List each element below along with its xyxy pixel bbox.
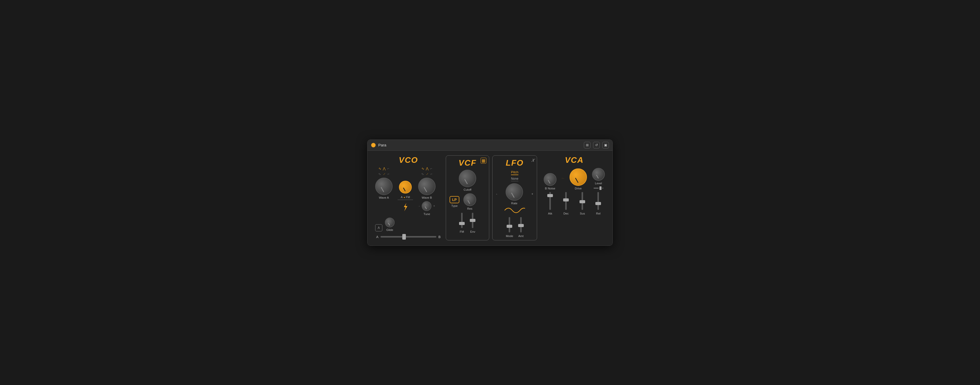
lfo-amt-fader: Amt — [519, 217, 523, 238]
level-thumb[interactable] — [600, 186, 601, 190]
resize-button[interactable]: ⊞ — [584, 142, 590, 149]
type-button[interactable]: LP — [450, 196, 459, 203]
synth-body: VCO ∿ ⋀ ⌐ ∿ ⟋ ⌐ Wave A — [368, 151, 612, 246]
lfo-amt-thumb[interactable] — [518, 224, 524, 227]
wave-a-knob-container: Wave A — [375, 178, 393, 199]
vcf-fm-thumb[interactable] — [459, 222, 465, 225]
title-left: Para — [371, 143, 387, 147]
rate-minus: - — [496, 192, 497, 196]
cutoff-knob[interactable] — [459, 170, 476, 187]
atk-track — [549, 192, 551, 210]
bnoise-knob-container: B Noise — [544, 173, 557, 190]
rate-knob-container: Rate — [498, 183, 530, 205]
lfo-amt-track — [520, 217, 522, 232]
vco-mix-row: A B — [375, 235, 442, 239]
lfo-title: LFO — [496, 158, 533, 168]
vcf-env-label: Env — [470, 230, 475, 233]
synth-window: Para ⊞ ↺ ▣ VCO ∿ ⋀ ⌐ ∿ — [367, 139, 613, 246]
vcf-type-res-row: LP Type Res — [450, 193, 485, 210]
sine-wave-display — [496, 207, 533, 215]
rel-fader: Rel — [596, 192, 600, 215]
pitch-none[interactable]: None — [511, 177, 519, 181]
vcf-section: VCF ▦ Cutoff LP Type Res — [446, 155, 489, 240]
dec-track — [565, 192, 567, 210]
sus-thumb[interactable] — [579, 200, 585, 203]
traffic-light[interactable] — [371, 143, 376, 147]
drive-label: Drive — [575, 187, 582, 190]
pulse-icon-a: ⌐ — [387, 172, 390, 176]
save-button[interactable]: ▣ — [602, 142, 609, 149]
cutoff-label: Cutoff — [464, 188, 471, 191]
rate-knob[interactable] — [506, 183, 523, 201]
vco-waves: ∿ ⋀ ⌐ ∿ ⟋ ⌐ Wave A — [375, 167, 442, 216]
lfo-mode-label: Mode — [506, 235, 513, 238]
sq-icon-a: ⌐ — [387, 167, 389, 170]
pitch-icon-area — [402, 203, 409, 212]
title-icons: ⊞ ↺ ▣ — [584, 142, 609, 149]
pitch-active[interactable]: Pitch — [511, 170, 519, 175]
wave-a-group: ∿ ⋀ ⌐ ∿ ⟋ ⌐ Wave A — [375, 167, 393, 216]
dec-fader: Dec — [563, 192, 568, 215]
envelope-display — [562, 167, 565, 190]
saw-icon-b: ⟋ — [426, 172, 429, 176]
sus-fader: Sus — [580, 192, 585, 215]
wave-a-icons2: ∿ ⟋ ⌐ — [378, 172, 390, 176]
wave-b-icons: ∿ ⋀ ⌐ — [422, 167, 432, 170]
drive-knob[interactable] — [570, 168, 587, 186]
pitch-bolt-icon — [402, 203, 409, 212]
vco-section: VCO ∿ ⋀ ⌐ ∿ ⟋ ⌐ Wave A — [372, 155, 444, 240]
fm-section: A ◂ FM — [398, 196, 413, 200]
wave-b-knob[interactable] — [418, 178, 436, 195]
sus-track — [582, 192, 583, 210]
tune-knob[interactable] — [422, 201, 431, 211]
svg-point-2 — [563, 178, 563, 179]
drive-knob-container: Drive — [570, 168, 587, 190]
atk-label: Atk — [548, 212, 552, 215]
level-label: Level — [595, 182, 602, 185]
lfo-mode-thumb[interactable] — [507, 225, 512, 228]
lfo-mode-track — [509, 217, 510, 232]
res-knob[interactable] — [463, 193, 476, 206]
rel-thumb[interactable] — [595, 202, 601, 205]
rate-plus: + — [531, 192, 533, 196]
atk-fader: Atk — [548, 192, 552, 215]
wave-a-icons: ∿ ⋀ ⌐ — [379, 167, 389, 170]
vco-bottom-row: A Glide — [375, 217, 442, 232]
fm-line — [398, 200, 413, 200]
dec-thumb[interactable] — [563, 198, 569, 201]
vcf-icon: ▦ — [480, 158, 487, 164]
window-title: Para — [378, 143, 387, 147]
refresh-button[interactable]: ↺ — [593, 142, 600, 149]
vco-title: VCO — [375, 155, 442, 165]
rel-label: Rel — [596, 212, 600, 215]
vcf-env-track — [472, 213, 473, 228]
fm-knob[interactable] — [399, 181, 412, 193]
wave-a-knob[interactable] — [375, 178, 393, 195]
level-line-right — [602, 188, 603, 189]
envelope-svg — [562, 167, 565, 190]
bnoise-knob[interactable] — [544, 173, 557, 186]
glide-knob-container: Glide — [385, 217, 395, 232]
fm-arrow-icon: ◂ — [404, 196, 405, 199]
vcf-env-thumb[interactable] — [470, 219, 476, 222]
vcf-fm-fader: FM — [460, 213, 464, 233]
res-knob-container: Res — [463, 193, 476, 210]
level-knob[interactable] — [592, 168, 605, 181]
atk-thumb[interactable] — [547, 194, 553, 197]
glide-label: Glide — [387, 228, 393, 232]
res-label: Res — [467, 207, 473, 210]
a-box-button[interactable]: A — [375, 224, 382, 232]
lfo-bottom-row: Mode Amt — [496, 217, 533, 238]
sine-icon-a: ∿ — [379, 167, 381, 170]
vca-title: VCA — [544, 155, 605, 165]
ab-mix-slider-thumb[interactable] — [402, 234, 406, 240]
level-line-left — [593, 188, 599, 189]
saw-icon-a: ⟋ — [383, 172, 386, 176]
vcf-env-fader: Env — [470, 213, 475, 233]
mix-b-label: B — [438, 235, 441, 239]
lfo-rate-row: - Rate + — [496, 183, 533, 205]
tune-label: Tune — [423, 212, 430, 216]
title-bar: Para ⊞ ↺ ▣ — [368, 140, 612, 151]
fm-prefix: A — [401, 196, 402, 199]
glide-knob[interactable] — [385, 217, 395, 227]
